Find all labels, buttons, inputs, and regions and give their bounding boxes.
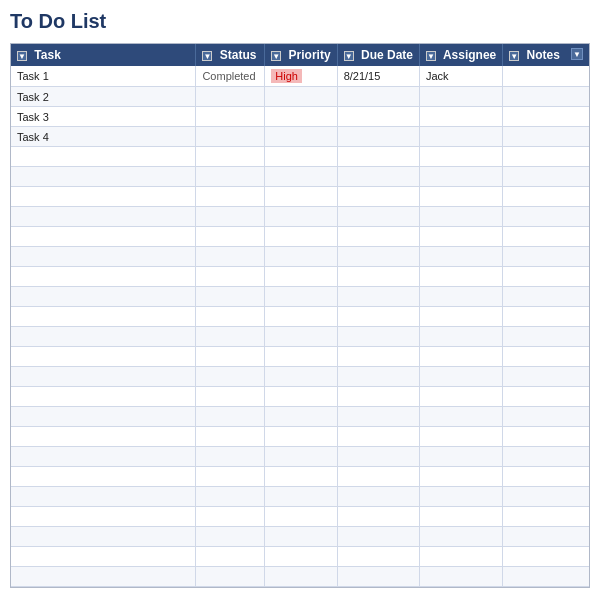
table-row-empty[interactable] bbox=[11, 367, 589, 387]
table-dropdown-icon[interactable]: ▼ bbox=[571, 48, 583, 60]
cell-empty bbox=[265, 227, 337, 247]
cell-empty bbox=[419, 147, 502, 167]
table-row-empty[interactable] bbox=[11, 547, 589, 567]
cell-task: Task 3 bbox=[11, 107, 196, 127]
col-header-notes[interactable]: ▼ Notes ▼ bbox=[503, 44, 589, 66]
col-label-task: Task bbox=[34, 48, 60, 62]
cell-empty bbox=[419, 227, 502, 247]
table-row-empty[interactable] bbox=[11, 407, 589, 427]
cell-empty bbox=[503, 527, 589, 547]
table-row-empty[interactable] bbox=[11, 167, 589, 187]
filter-icon-assignee[interactable]: ▼ bbox=[426, 51, 436, 61]
cell-empty bbox=[265, 287, 337, 307]
cell-empty bbox=[419, 207, 502, 227]
filter-icon-duedate[interactable]: ▼ bbox=[344, 51, 354, 61]
cell-empty bbox=[265, 487, 337, 507]
cell-empty bbox=[11, 387, 196, 407]
table-row-empty[interactable] bbox=[11, 227, 589, 247]
cell-empty bbox=[337, 387, 419, 407]
table-row[interactable]: Task 2 bbox=[11, 87, 589, 107]
cell-empty bbox=[11, 567, 196, 587]
cell-empty bbox=[419, 387, 502, 407]
table-row[interactable]: Task 3 bbox=[11, 107, 589, 127]
col-header-assignee[interactable]: ▼ Assignee bbox=[419, 44, 502, 66]
table-row-empty[interactable] bbox=[11, 447, 589, 467]
table-row-empty[interactable] bbox=[11, 207, 589, 227]
cell-empty bbox=[265, 247, 337, 267]
cell-duedate bbox=[337, 127, 419, 147]
filter-icon-notes[interactable]: ▼ bbox=[509, 51, 519, 61]
filter-icon-priority[interactable]: ▼ bbox=[271, 51, 281, 61]
cell-empty bbox=[196, 427, 265, 447]
cell-assignee bbox=[419, 127, 502, 147]
cell-duedate: 8/21/15 bbox=[337, 66, 419, 87]
cell-empty bbox=[196, 407, 265, 427]
table-row-empty[interactable] bbox=[11, 347, 589, 367]
cell-empty bbox=[337, 187, 419, 207]
table-row-empty[interactable] bbox=[11, 287, 589, 307]
cell-empty bbox=[11, 507, 196, 527]
table-row-empty[interactable] bbox=[11, 187, 589, 207]
cell-empty bbox=[265, 367, 337, 387]
table-row-empty[interactable] bbox=[11, 427, 589, 447]
cell-empty bbox=[337, 147, 419, 167]
table-row-empty[interactable] bbox=[11, 267, 589, 287]
cell-empty bbox=[265, 267, 337, 287]
cell-empty bbox=[337, 427, 419, 447]
table-row-empty[interactable] bbox=[11, 327, 589, 347]
todo-table-container: ▼ Task ▼ Status ▼ Priority ▼ Due Date ▼ bbox=[10, 43, 590, 588]
filter-icon-status[interactable]: ▼ bbox=[202, 51, 212, 61]
table-row-empty[interactable] bbox=[11, 147, 589, 167]
table-row-empty[interactable] bbox=[11, 247, 589, 267]
cell-empty bbox=[419, 427, 502, 447]
cell-empty bbox=[503, 367, 589, 387]
cell-empty bbox=[11, 487, 196, 507]
table-row-empty[interactable] bbox=[11, 567, 589, 587]
cell-empty bbox=[196, 327, 265, 347]
cell-empty bbox=[337, 447, 419, 467]
cell-empty bbox=[337, 527, 419, 547]
cell-empty bbox=[503, 187, 589, 207]
filter-icon-task[interactable]: ▼ bbox=[17, 51, 27, 61]
table-row[interactable]: Task 4 bbox=[11, 127, 589, 147]
table-header-row: ▼ Task ▼ Status ▼ Priority ▼ Due Date ▼ bbox=[11, 44, 589, 66]
cell-empty bbox=[503, 547, 589, 567]
table-row-empty[interactable] bbox=[11, 527, 589, 547]
cell-empty bbox=[337, 507, 419, 527]
cell-empty bbox=[196, 267, 265, 287]
todo-table: ▼ Task ▼ Status ▼ Priority ▼ Due Date ▼ bbox=[11, 44, 589, 587]
col-header-status[interactable]: ▼ Status bbox=[196, 44, 265, 66]
cell-assignee bbox=[419, 87, 502, 107]
table-row-empty[interactable] bbox=[11, 507, 589, 527]
table-row-empty[interactable] bbox=[11, 487, 589, 507]
cell-empty bbox=[503, 567, 589, 587]
cell-empty bbox=[503, 427, 589, 447]
table-row-empty[interactable] bbox=[11, 387, 589, 407]
cell-empty bbox=[503, 467, 589, 487]
cell-empty bbox=[196, 247, 265, 267]
cell-empty bbox=[196, 387, 265, 407]
cell-empty bbox=[11, 207, 196, 227]
cell-empty bbox=[337, 367, 419, 387]
cell-empty bbox=[419, 527, 502, 547]
col-header-priority[interactable]: ▼ Priority bbox=[265, 44, 337, 66]
cell-empty bbox=[337, 487, 419, 507]
cell-empty bbox=[265, 507, 337, 527]
cell-empty bbox=[419, 407, 502, 427]
cell-empty bbox=[11, 427, 196, 447]
cell-empty bbox=[419, 187, 502, 207]
table-row-empty[interactable] bbox=[11, 307, 589, 327]
cell-empty bbox=[419, 167, 502, 187]
col-label-status: Status bbox=[220, 48, 257, 62]
cell-empty bbox=[419, 307, 502, 327]
cell-empty bbox=[196, 507, 265, 527]
cell-empty bbox=[196, 567, 265, 587]
cell-empty bbox=[337, 327, 419, 347]
col-header-duedate[interactable]: ▼ Due Date bbox=[337, 44, 419, 66]
cell-empty bbox=[11, 187, 196, 207]
col-header-task[interactable]: ▼ Task bbox=[11, 44, 196, 66]
cell-empty bbox=[196, 287, 265, 307]
cell-empty bbox=[196, 467, 265, 487]
table-row[interactable]: Task 1CompletedHigh8/21/15Jack bbox=[11, 66, 589, 87]
table-row-empty[interactable] bbox=[11, 467, 589, 487]
